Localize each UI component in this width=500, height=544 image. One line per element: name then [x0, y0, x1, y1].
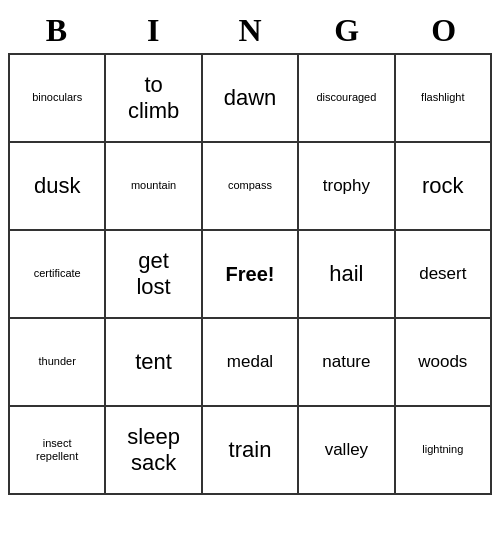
header-letter: G [298, 8, 395, 53]
cell-2-4: desert [396, 231, 492, 319]
cell-0-0: binoculars [10, 55, 106, 143]
header-letter: O [395, 8, 492, 53]
cell-3-1: tent [106, 319, 202, 407]
cell-text: sleep sack [127, 424, 180, 477]
cell-4-3: valley [299, 407, 395, 495]
cell-3-0: thunder [10, 319, 106, 407]
cell-2-2: Free! [203, 231, 299, 319]
cell-text: get lost [136, 248, 170, 301]
cell-3-2: medal [203, 319, 299, 407]
cell-4-0: insect repellent [10, 407, 106, 495]
cell-text: compass [228, 179, 272, 192]
cell-text: rock [422, 173, 464, 199]
bingo-card: BINGO binocularsto climbdawndiscouragedf… [8, 8, 492, 495]
cell-text: discouraged [316, 91, 376, 104]
cell-text: hail [329, 261, 363, 287]
cell-1-3: trophy [299, 143, 395, 231]
cell-text: flashlight [421, 91, 464, 104]
cell-4-2: train [203, 407, 299, 495]
cell-4-4: lightning [396, 407, 492, 495]
cell-text: tent [135, 349, 172, 375]
cell-1-4: rock [396, 143, 492, 231]
cell-text: desert [419, 264, 466, 284]
header-letter: B [8, 8, 105, 53]
cell-text: dusk [34, 173, 80, 199]
cell-text: certificate [34, 267, 81, 280]
header-letter: I [105, 8, 202, 53]
cell-3-4: woods [396, 319, 492, 407]
cell-text: insect repellent [36, 437, 78, 463]
cell-text: Free! [226, 262, 275, 286]
cell-1-0: dusk [10, 143, 106, 231]
cell-text: woods [418, 352, 467, 372]
bingo-header: BINGO [8, 8, 492, 53]
cell-text: dawn [224, 85, 277, 111]
cell-2-1: get lost [106, 231, 202, 319]
cell-text: valley [325, 440, 368, 460]
cell-0-3: discouraged [299, 55, 395, 143]
cell-text: thunder [39, 355, 76, 368]
cell-1-1: mountain [106, 143, 202, 231]
cell-3-3: nature [299, 319, 395, 407]
cell-text: medal [227, 352, 273, 372]
cell-1-2: compass [203, 143, 299, 231]
cell-text: train [229, 437, 272, 463]
cell-0-1: to climb [106, 55, 202, 143]
bingo-grid: binocularsto climbdawndiscouragedflashli… [8, 53, 492, 495]
cell-2-0: certificate [10, 231, 106, 319]
cell-text: nature [322, 352, 370, 372]
header-letter: N [202, 8, 299, 53]
cell-2-3: hail [299, 231, 395, 319]
cell-text: lightning [422, 443, 463, 456]
cell-text: to climb [128, 72, 179, 125]
cell-text: binoculars [32, 91, 82, 104]
cell-text: mountain [131, 179, 176, 192]
cell-0-4: flashlight [396, 55, 492, 143]
cell-0-2: dawn [203, 55, 299, 143]
cell-text: trophy [323, 176, 370, 196]
cell-4-1: sleep sack [106, 407, 202, 495]
